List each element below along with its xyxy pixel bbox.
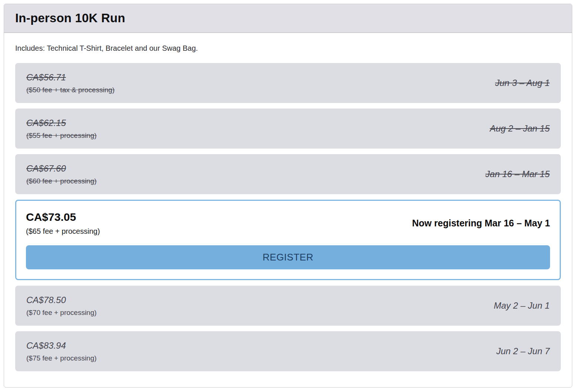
tier-price-block: CA$62.15 ($55 fee + processing) [26,116,97,141]
tier-date-range: May 2 – Jun 1 [486,300,550,311]
pricing-tier-row-future: CA$78.50 ($70 fee + processing) May 2 – … [15,286,561,326]
tier-row-content: CA$78.50 ($70 fee + processing) May 2 – … [26,293,550,318]
includes-text: Includes: Technical T-Shirt, Bracelet an… [15,44,561,53]
tier-date-range: Jun 3 – Aug 1 [488,78,550,88]
tier-price: CA$78.50 [26,293,97,307]
pricing-tier-row-past: CA$56.71 ($50 fee + tax & processing) Ju… [15,63,561,103]
tier-row-content: CA$83.94 ($75 fee + processing) Jun 2 – … [26,339,550,364]
tier-fee-detail: ($70 fee + processing) [26,307,97,318]
tier-fee-detail: ($50 fee + tax & processing) [26,84,115,96]
tier-price-block: CA$73.05 ($65 fee + processing) [26,209,100,237]
tier-row-content: CA$73.05 ($65 fee + processing) Now regi… [26,209,550,237]
pricing-tier-row-past: CA$67.60 ($60 fee + processing) Jan 16 –… [15,154,561,194]
tier-price: CA$62.15 [26,116,97,130]
pricing-tier-row-past: CA$62.15 ($55 fee + processing) Aug 2 – … [15,109,561,149]
tier-price: CA$67.60 [26,162,97,176]
tier-fee-detail: ($75 fee + processing) [26,353,97,364]
tier-price-block: CA$78.50 ($70 fee + processing) [26,293,97,318]
tier-fee-detail: ($65 fee + processing) [26,225,100,237]
pricing-tier-list: CA$56.71 ($50 fee + tax & processing) Ju… [15,63,561,371]
card-body: Includes: Technical T-Shirt, Bracelet an… [4,33,572,382]
tier-price: CA$56.71 [26,70,115,84]
page-title: In-person 10K Run [15,11,561,25]
tier-price: CA$73.05 [26,209,100,225]
tier-date-range: Jun 2 – Jun 7 [489,346,550,356]
tier-date-range: Jan 16 – Mar 15 [478,169,550,179]
tier-row-content: CA$56.71 ($50 fee + tax & processing) Ju… [26,70,550,96]
register-button[interactable]: REGISTER [26,245,550,269]
tier-price-block: CA$83.94 ($75 fee + processing) [26,339,97,364]
tier-price: CA$83.94 [26,339,97,353]
tier-price-block: CA$56.71 ($50 fee + tax & processing) [26,70,115,96]
tier-date-range: Now registering Mar 16 – May 1 [405,218,550,229]
tier-price-block: CA$67.60 ($60 fee + processing) [26,162,97,187]
tier-date-range: Aug 2 – Jan 15 [483,123,550,134]
pricing-card: In-person 10K Run Includes: Technical T-… [4,4,572,388]
card-header: In-person 10K Run [4,4,572,33]
tier-fee-detail: ($60 fee + processing) [26,176,97,187]
tier-fee-detail: ($55 fee + processing) [26,130,97,141]
tier-row-content: CA$67.60 ($60 fee + processing) Jan 16 –… [26,162,550,187]
tier-row-content: CA$62.15 ($55 fee + processing) Aug 2 – … [26,116,550,141]
pricing-tier-row-active: CA$73.05 ($65 fee + processing) Now regi… [15,200,561,280]
pricing-tier-row-future: CA$83.94 ($75 fee + processing) Jun 2 – … [15,331,561,371]
